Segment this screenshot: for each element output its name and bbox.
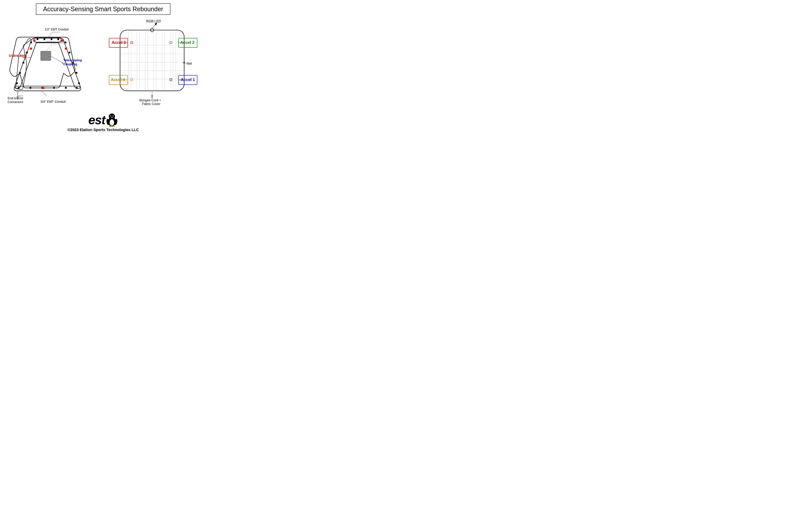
logo-text: est: [88, 113, 105, 127]
svg-point-97: [109, 114, 115, 119]
logo-area: est: [67, 113, 139, 127]
page-title: Accuracy-Sensing Smart Sports Rebounder: [43, 5, 163, 13]
svg-rect-28: [18, 87, 19, 89]
svg-text:Accel 2: Accel 2: [180, 40, 194, 45]
svg-point-101: [113, 116, 113, 116]
svg-rect-27: [78, 82, 80, 84]
svg-text:Fabric Cover: Fabric Cover: [142, 102, 160, 105]
svg-rect-15: [44, 38, 45, 40]
svg-point-100: [110, 116, 111, 116]
svg-text:1/2" EMT Conduit: 1/2" EMT Conduit: [45, 28, 68, 31]
svg-rect-49: [120, 30, 184, 91]
svg-rect-36: [30, 48, 32, 50]
svg-rect-14: [37, 38, 38, 40]
svg-text:3/4" EMT Conduit: 3/4" EMT Conduit: [41, 100, 66, 103]
svg-rect-18: [30, 42, 32, 43]
svg-line-3: [51, 56, 63, 63]
penguin-logo: [106, 113, 118, 127]
svg-rect-1: [14, 86, 81, 91]
copyright-text: ©2023 Elation Sports Technologies LLC: [67, 128, 139, 132]
svg-rect-29: [30, 87, 31, 89]
svg-rect-22: [16, 82, 18, 84]
svg-rect-20: [22, 62, 24, 64]
svg-rect-32: [65, 87, 67, 89]
svg-rect-19: [26, 52, 28, 53]
right-diagram: Accel 3 Accel 2 Accel 4 Accel 1: [103, 20, 199, 110]
svg-rect-2: [41, 51, 51, 60]
svg-text:Telescoping: Telescoping: [63, 58, 82, 62]
svg-point-96: [110, 119, 114, 126]
svg-text:PCB Enclosure: PCB Enclosure: [46, 41, 66, 44]
svg-text:Accel 3: Accel 3: [111, 40, 126, 45]
title-box: Accuracy-Sensing Smart Sports Rebounder: [36, 3, 170, 15]
svg-text:Net: Net: [187, 61, 192, 66]
svg-rect-37: [65, 48, 67, 50]
svg-text:Connectors: Connectors: [8, 100, 23, 104]
main-content: U-Brackets 1/2" EMT Conduit PCB Enclosur…: [3, 20, 203, 110]
svg-text:Accel 1: Accel 1: [181, 77, 195, 82]
footer: est ©2023 Elation Sports Technologies LL…: [67, 113, 139, 132]
svg-line-13: [41, 91, 46, 96]
svg-rect-31: [53, 87, 55, 89]
svg-text:Accel 4: Accel 4: [111, 77, 125, 82]
svg-text:U-Brackets: U-Brackets: [9, 54, 27, 57]
svg-rect-81: [170, 42, 172, 44]
svg-text:End-to-End: End-to-End: [8, 96, 23, 100]
svg-rect-24: [69, 52, 70, 53]
svg-rect-38: [42, 87, 44, 89]
svg-text:RGB LED: RGB LED: [146, 20, 161, 23]
left-diagram: U-Brackets 1/2" EMT Conduit PCB Enclosur…: [7, 20, 89, 110]
svg-rect-16: [51, 38, 52, 40]
svg-rect-33: [76, 87, 78, 89]
svg-rect-21: [19, 72, 21, 74]
svg-rect-26: [76, 72, 77, 74]
svg-line-5: [48, 32, 52, 38]
svg-point-102: [111, 117, 113, 118]
svg-text:Coupling: Coupling: [63, 62, 77, 66]
svg-text:Bungee Cord +: Bungee Cord +: [139, 98, 161, 102]
svg-rect-17: [57, 38, 59, 40]
svg-rect-34: [33, 40, 35, 42]
svg-marker-4: [61, 62, 63, 64]
svg-line-7: [46, 44, 52, 51]
